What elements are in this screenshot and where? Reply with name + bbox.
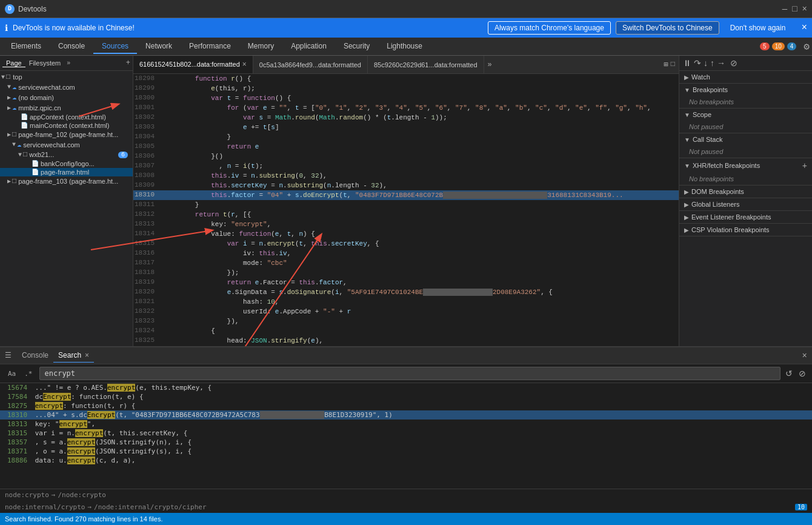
callstack-header[interactable]: ▼ Call Stack bbox=[679, 133, 812, 145]
bottom-tab-search[interactable]: Search × bbox=[53, 349, 94, 363]
csp-header[interactable]: ▶ CSP Violation Breakpoints bbox=[679, 224, 812, 236]
clear-search-btn[interactable]: ⊘ bbox=[797, 367, 807, 380]
search-tab-close[interactable]: × bbox=[85, 351, 89, 359]
tab-sources[interactable]: Sources bbox=[93, 39, 137, 54]
result-17584[interactable]: 17584 dcEncrypt: function(t, e) { bbox=[0, 392, 812, 401]
dont-show-btn[interactable]: Don't show again bbox=[724, 22, 792, 34]
watch-header[interactable]: ▶ Watch bbox=[679, 71, 812, 83]
tab-console[interactable]: Console bbox=[50, 39, 93, 54]
split-editor-icon[interactable]: ⊞ bbox=[664, 60, 668, 69]
more-tabs-btn[interactable]: » bbox=[484, 61, 496, 69]
code-line-18308: 18308 this.iv = n.substring(0, 32), bbox=[133, 171, 679, 181]
drawer-toggle[interactable]: ☰ bbox=[5, 351, 15, 361]
code-line-18313: 18313 key: "encrypt", bbox=[133, 219, 679, 229]
tab-label-3: 85c9260c2629d61...data:formatted bbox=[374, 61, 478, 69]
result-18315[interactable]: 18315 var i = n.encrypt(t, this.secretKe… bbox=[0, 429, 812, 438]
result-15674[interactable]: 15674 ..." != e ? o.AES.encrypt(e, this.… bbox=[0, 383, 812, 392]
page-tab[interactable]: Page bbox=[2, 59, 25, 67]
step-btn[interactable]: → bbox=[717, 58, 725, 68]
watch-section: ▶ Watch bbox=[679, 71, 812, 84]
bottom-tab-console[interactable]: Console bbox=[17, 349, 53, 363]
xhr-header[interactable]: ▼ XHR/fetch Breakpoints + bbox=[679, 158, 812, 173]
global-listeners-arrow: ▶ bbox=[684, 201, 689, 208]
tree-pageframe-html[interactable]: 📄 page-frame.html bbox=[0, 168, 133, 176]
search-input[interactable] bbox=[39, 367, 781, 380]
maximize-btn[interactable]: □ bbox=[792, 4, 797, 14]
event-listeners-header[interactable]: ▶ Event Listener Breakpoints bbox=[679, 211, 812, 223]
tree-wxb21[interactable]: ▼ □ wxb21... 6 bbox=[0, 150, 133, 159]
tab-application[interactable]: Application bbox=[282, 39, 335, 54]
regex-btn[interactable]: .* bbox=[21, 369, 35, 379]
tree-nodomain[interactable]: ▶ ☁ (no domain) bbox=[0, 92, 133, 102]
code-line-18300: 18300 var t = function() { bbox=[133, 93, 679, 103]
refresh-search-btn[interactable]: ↺ bbox=[784, 367, 794, 380]
tab-memory[interactable]: Memory bbox=[239, 39, 282, 54]
window-controls[interactable]: — □ × bbox=[782, 4, 807, 14]
search-results[interactable]: 15674 ..." != e ? o.AES.encrypt(e, this.… bbox=[0, 383, 812, 489]
code-line-18311: 18311 } bbox=[133, 200, 679, 210]
file-icon: 📄 bbox=[21, 113, 28, 121]
tree-servicewechat[interactable]: ▼ ☁ servicewechat.com bbox=[0, 82, 133, 92]
result-18357[interactable]: 18357 , s = a.encrypt(JSON.stringify(n),… bbox=[0, 438, 812, 447]
more-tabs-arrow[interactable]: » bbox=[67, 60, 70, 67]
global-listeners-header[interactable]: ▶ Global Listeners bbox=[679, 198, 812, 210]
node-crypto-label: node:crypto bbox=[5, 491, 49, 499]
breakpoints-label: Breakpoints bbox=[693, 86, 728, 93]
case-sensitive-btn[interactable]: Aa bbox=[5, 369, 19, 379]
tab-performance[interactable]: Performance bbox=[181, 39, 239, 54]
tab-elements[interactable]: Elements bbox=[2, 39, 50, 54]
pause-btn[interactable]: ⏸ bbox=[683, 58, 691, 68]
settings-icon[interactable]: ⚙ bbox=[804, 41, 810, 53]
close-others-icon[interactable]: □ bbox=[671, 60, 675, 69]
tab-close-1[interactable]: × bbox=[242, 60, 247, 69]
scope-header[interactable]: ▼ Scope bbox=[679, 109, 812, 121]
close-btn[interactable]: × bbox=[802, 4, 807, 14]
tree-top[interactable]: ▼ □ top bbox=[0, 72, 133, 82]
tree-bankconfig[interactable]: 📄 bankConfig/logo... bbox=[0, 159, 133, 168]
switch-chinese-btn[interactable]: Switch DevTools to Chinese bbox=[616, 21, 719, 35]
bottom-panel-close[interactable]: × bbox=[802, 351, 807, 361]
tree-servicewechat2[interactable]: ▼ ☁ servicewechat.com bbox=[0, 139, 133, 150]
tab-label-2: 0c5a13a8664fed9...data:formatted bbox=[259, 61, 361, 69]
tree-maincontext[interactable]: 📄 mainContext (context.html) bbox=[0, 121, 133, 130]
filesystem-tab[interactable]: Filesystem bbox=[25, 59, 65, 67]
editor-tab-3[interactable]: 85c9260c2629d61...data:formatted bbox=[368, 56, 484, 74]
match-language-btn[interactable]: Always match Chrome's language bbox=[488, 21, 611, 35]
deactivate-btn[interactable]: ⊘ bbox=[730, 58, 737, 68]
tree-mmbiz[interactable]: ▶ ☁ mmbiz.qpic.cn bbox=[0, 102, 133, 113]
breakpoints-header[interactable]: ▼ Breakpoints bbox=[679, 84, 812, 96]
editor-tab-2[interactable]: 0c5a13a8664fed9...data:formatted bbox=[253, 56, 368, 74]
xhr-add-btn[interactable]: + bbox=[802, 161, 807, 170]
info-bar: ℹ DevTools is now available in Chinese! … bbox=[0, 18, 812, 38]
event-listeners-section: ▶ Event Listener Breakpoints bbox=[679, 211, 812, 224]
result-18371[interactable]: 18371 , o = a.encrypt(JSON.stringify(s),… bbox=[0, 447, 812, 456]
callstack-section: ▼ Call Stack Not paused bbox=[679, 133, 812, 158]
info-close-btn[interactable]: × bbox=[801, 22, 807, 33]
editor-tab-1[interactable]: 6166152451b802...data:formatted × bbox=[133, 56, 253, 74]
result-18886[interactable]: 18886 data: u.encrypt(c, d, a), bbox=[0, 456, 812, 465]
tab-security[interactable]: Security bbox=[335, 39, 378, 54]
result-18310[interactable]: 18310 ...04" + s.dcEncrypt(t, "0483F7D97… bbox=[0, 410, 812, 420]
code-line-18301: 18301 for (var e = "", t = ["0", "1", "2… bbox=[133, 103, 679, 113]
code-line-18319: 18319 return e.Factor = this.factor, bbox=[133, 278, 679, 287]
csp-arrow: ▶ bbox=[684, 227, 689, 233]
breadcrumb-arrow-2: → bbox=[87, 503, 92, 511]
tab-lighthouse[interactable]: Lighthouse bbox=[378, 39, 431, 54]
step-into-btn[interactable]: ↓ bbox=[704, 58, 708, 68]
minimize-btn[interactable]: — bbox=[782, 4, 787, 14]
tree-pageframe103[interactable]: ▶ □ page-frame_103 (page-frame.ht... bbox=[0, 176, 133, 186]
breakpoints-arrow: ▼ bbox=[684, 87, 690, 93]
dom-header[interactable]: ▶ DOM Breakpoints bbox=[679, 186, 812, 198]
result-18275[interactable]: 18275 encrypt: function(t, r) { bbox=[0, 401, 812, 410]
new-snippet-btn[interactable]: + bbox=[126, 59, 130, 67]
tree-appcontext[interactable]: 📄 appContext (context.html) bbox=[0, 113, 133, 121]
step-over-btn[interactable]: ↷ bbox=[694, 58, 701, 68]
event-listeners-arrow: ▶ bbox=[684, 214, 689, 221]
warning-badge: 10 bbox=[772, 42, 785, 50]
result-18313[interactable]: 18313 key: "encrypt", bbox=[0, 420, 812, 429]
tree-pageframe102[interactable]: ▶ □ page-frame_102 (page-frame.ht... bbox=[0, 130, 133, 139]
code-line-18303: 18303 e += t[s] bbox=[133, 122, 679, 132]
step-out-btn[interactable]: ↑ bbox=[710, 58, 714, 68]
code-line-18310: 18310 this.factor = "04" + s.doEncrypt(t… bbox=[133, 190, 679, 200]
tab-network[interactable]: Network bbox=[137, 39, 181, 54]
